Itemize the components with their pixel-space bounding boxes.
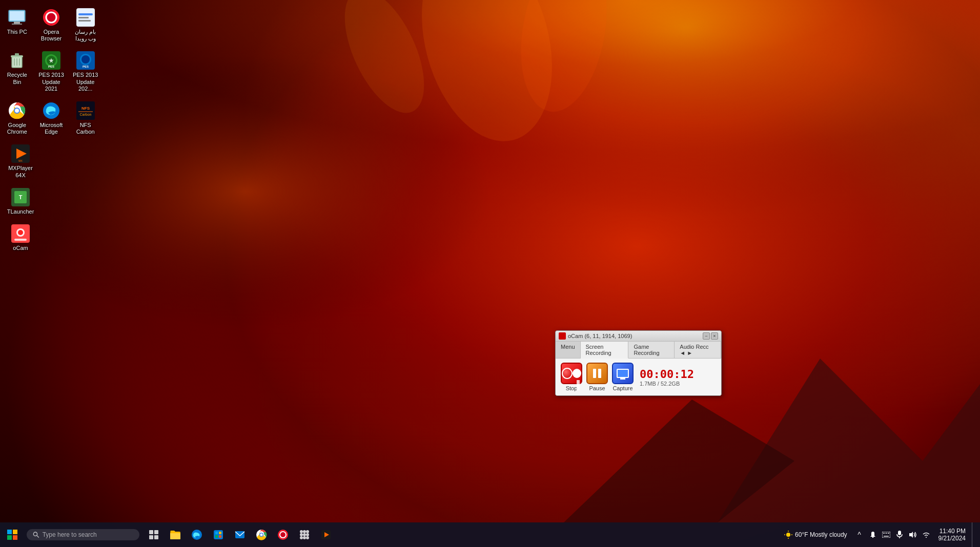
svg-rect-53: [13, 530, 17, 534]
ocam-stop-label: Stop: [566, 385, 578, 391]
taskbar-media[interactable]: [316, 524, 336, 545]
desktop-icon-google-chrome[interactable]: Google Chrome: [2, 98, 32, 137]
ocam-minimize-btn[interactable]: −: [703, 332, 710, 340]
ocam-pause-label: Pause: [589, 385, 605, 391]
svg-point-50: [18, 230, 23, 235]
desktop-icon-tlauncher[interactable]: T TLauncher: [2, 185, 39, 217]
ocam-capture-button[interactable]: Capture: [612, 363, 634, 391]
chrome-taskbar-icon: [256, 529, 267, 540]
ocam-pause-button[interactable]: Pause: [586, 363, 608, 391]
taskbar-task-view[interactable]: [144, 524, 164, 545]
svg-rect-68: [215, 535, 218, 538]
taskbar-pinned-apps: [144, 524, 336, 545]
search-input[interactable]: [43, 531, 133, 538]
clock-time: 11:40 PM: [940, 528, 966, 535]
pes202x-icon: PES: [75, 50, 96, 71]
clock-date: 9/21/2024: [938, 535, 966, 542]
taskbar-chrome[interactable]: [251, 524, 272, 545]
desktop-icon-recycle-bin[interactable]: Recycle Bin: [2, 48, 32, 94]
desktop-icon-ocam[interactable]: oCam: [2, 221, 39, 254]
tray-chevron[interactable]: ^: [853, 522, 866, 547]
svg-point-73: [260, 534, 263, 536]
svg-point-84: [303, 536, 306, 539]
ocam-icon: [10, 223, 31, 244]
start-button[interactable]: [0, 522, 25, 547]
desktop-icon-opera-label: Opera Browser: [38, 29, 65, 42]
desktop-icon-nfs-carbon[interactable]: NFS Carbon NFS Carbon: [70, 98, 100, 137]
svg-point-81: [303, 533, 306, 536]
this-pc-icon: [7, 7, 27, 28]
tray-network-icon[interactable]: [920, 522, 932, 547]
svg-point-36: [15, 109, 19, 113]
pes2021-icon: PES: [41, 50, 62, 71]
fire-effect: [103, 0, 980, 154]
taskbar-apps[interactable]: [294, 524, 315, 545]
svg-rect-94: [882, 532, 890, 538]
svg-rect-70: [235, 531, 244, 538]
desktop-icon-edge[interactable]: Microsoft Edge: [36, 98, 67, 137]
desktop-icons-area: This PC Opera Browser: [0, 0, 103, 547]
ocam-tab-menu[interactable]: Menu: [556, 342, 581, 358]
tray-notification-icon[interactable]: [867, 522, 879, 547]
ocam-stop-button[interactable]: Stop: [561, 363, 582, 391]
svg-rect-67: [219, 532, 221, 534]
svg-text:MX: MX: [18, 159, 23, 162]
ocam-tab-audio-rec[interactable]: Audio Recc ◄ ►: [675, 342, 721, 358]
ocam-close-btn[interactable]: ×: [711, 332, 718, 340]
search-bar[interactable]: [27, 529, 139, 540]
ocam-title-icon: [559, 332, 566, 340]
taskbar-store[interactable]: [208, 524, 229, 545]
taskbar-file-explorer[interactable]: [165, 524, 186, 545]
ocam-time-value: 00:00:12: [640, 368, 694, 381]
svg-rect-63: [170, 533, 180, 539]
desktop-icon-pes202x-label: PES 2013 Update 202...: [72, 72, 98, 92]
ocam-tab-game-recording[interactable]: Game Recording: [628, 342, 675, 358]
desktop-icon-chrome-label: Google Chrome: [4, 122, 30, 135]
desktop-icon-edge-label: Microsoft Edge: [38, 122, 65, 135]
svg-rect-99: [898, 531, 901, 535]
network-icon: [922, 531, 930, 538]
svg-rect-55: [13, 535, 17, 540]
desktop-icon-this-pc[interactable]: This PC: [2, 5, 32, 44]
svg-point-88: [786, 533, 790, 537]
microsoft-edge-icon: [41, 100, 62, 121]
desktop-icon-pes2021[interactable]: PES PES 2013 Update 2021: [36, 48, 67, 94]
taskbar-opera[interactable]: [273, 524, 293, 545]
recycle-bin-icon: [7, 50, 27, 71]
media-taskbar-icon: [320, 529, 332, 540]
system-tray: 60°F Mostly cloudy ^: [780, 522, 980, 547]
ocam-tabs: Menu Screen Recording Game Recording Aud…: [556, 342, 721, 359]
tray-microphone-icon[interactable]: [893, 522, 906, 547]
monitor-icon: [617, 369, 629, 378]
pause-bars: [593, 369, 601, 378]
system-clock[interactable]: 11:40 PM 9/21/2024: [934, 528, 970, 542]
ocam-tab-screen-recording[interactable]: Screen Recording: [581, 342, 629, 359]
desktop-icon-bam-rasaan[interactable]: بام رسان وب رویدا: [70, 5, 100, 44]
ocam-title-text: oCam (6, 11, 1914, 1069): [568, 333, 632, 339]
svg-point-79: [306, 530, 309, 533]
desktop-icon-opera[interactable]: Opera Browser: [36, 5, 67, 44]
taskbar-mail[interactable]: [230, 524, 250, 545]
svg-rect-52: [7, 530, 12, 534]
svg-text:PES: PES: [83, 65, 89, 68]
svg-point-32: [81, 55, 90, 64]
desktop-icon-mxplayer[interactable]: MX MXPlayer 64X: [2, 141, 39, 180]
show-desktop-button[interactable]: [972, 522, 976, 547]
ocam-timer-display: 00:00:12 1.7MB / 52.2GB: [640, 368, 694, 387]
weather-tray[interactable]: 60°F Mostly cloudy: [780, 530, 851, 539]
bam-rasaan-icon: [75, 7, 96, 28]
desktop-icon-nfs-label: NFS Carbon: [72, 122, 98, 135]
taskbar-edge[interactable]: [187, 524, 207, 545]
svg-rect-61: [154, 535, 158, 539]
tray-keyboard-icon[interactable]: [880, 522, 892, 547]
ocam-titlebar: oCam (6, 11, 1914, 1069) − ×: [556, 331, 721, 342]
mail-icon: [234, 529, 246, 540]
ocam-pause-icon: [586, 363, 608, 384]
desktop-icon-pes202x[interactable]: PES PES 2013 Update 202...: [70, 48, 100, 94]
svg-marker-101: [909, 532, 913, 538]
weather-icon: [784, 530, 793, 539]
tray-volume-icon[interactable]: [907, 522, 919, 547]
desktop-icon-tlauncher-label: TLauncher: [7, 208, 34, 215]
file-explorer-icon: [170, 529, 181, 540]
keyboard-icon: [882, 532, 890, 538]
